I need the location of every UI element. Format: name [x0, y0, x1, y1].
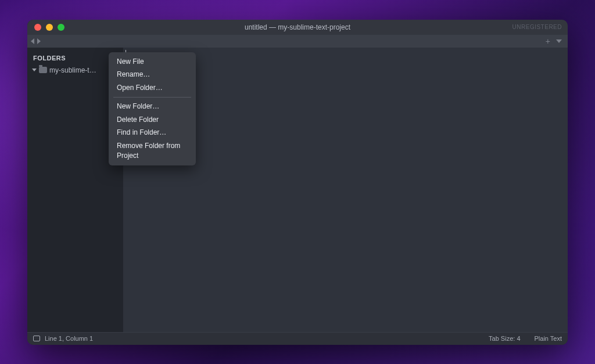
menu-item-open-folder[interactable]: Open Folder… [109, 81, 196, 95]
tab-back-icon[interactable] [31, 38, 34, 44]
menu-item-new-folder[interactable]: New Folder… [109, 100, 196, 113]
menu-item-new-file[interactable]: New File [109, 55, 196, 69]
panel-switcher-icon[interactable] [33, 336, 40, 341]
tab-size[interactable]: Tab Size: 4 [489, 335, 520, 342]
tab-bar: + [27, 35, 568, 48]
app-window: untitled — my-sublime-text-project UNREG… [27, 20, 568, 345]
menu-separator [113, 97, 191, 98]
context-menu: New File Rename… Open Folder… New Folder… [109, 52, 196, 165]
tab-dropdown-icon[interactable] [556, 39, 562, 43]
unregistered-label: UNREGISTERED [512, 24, 562, 30]
menu-item-remove-from-project[interactable]: Remove Folder from Project [109, 139, 196, 163]
maximize-button[interactable] [58, 24, 64, 31]
new-tab-icon[interactable]: + [546, 37, 550, 45]
traffic-lights [27, 24, 64, 31]
menu-item-delete-folder[interactable]: Delete Folder [109, 113, 196, 127]
tab-nav [27, 38, 41, 44]
cursor-position[interactable]: Line 1, Column 1 [45, 335, 93, 342]
titlebar[interactable]: untitled — my-sublime-text-project UNREG… [27, 20, 568, 35]
folder-label: my-sublime-t… [49, 66, 96, 74]
menu-item-find-in-folder[interactable]: Find in Folder… [109, 126, 196, 139]
folder-icon [39, 67, 47, 73]
disclosure-triangle-icon[interactable] [32, 69, 37, 71]
close-button[interactable] [34, 24, 41, 31]
syntax-label[interactable]: Plain Text [535, 335, 562, 342]
tab-forward-icon[interactable] [37, 38, 41, 44]
minimize-button[interactable] [46, 24, 53, 31]
menu-item-rename[interactable]: Rename… [109, 68, 196, 81]
window-title: untitled — my-sublime-text-project [27, 23, 568, 31]
status-bar: Line 1, Column 1 Tab Size: 4 Plain Text [27, 332, 568, 345]
